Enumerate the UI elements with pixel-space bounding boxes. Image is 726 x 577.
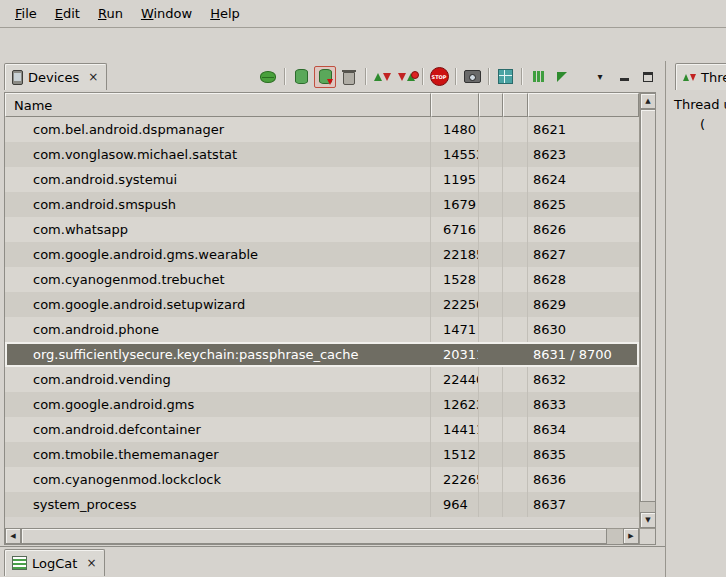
tab-devices[interactable]: Devices × xyxy=(4,63,107,90)
process-pid: 22250 xyxy=(431,292,479,317)
process-pid: 1528 xyxy=(431,267,479,292)
update-heap-icon[interactable] xyxy=(290,66,312,88)
empty-cell xyxy=(503,392,528,417)
process-row[interactable]: com.android.phone14718630 xyxy=(5,317,639,342)
process-row[interactable]: com.android.defcontainer144118634 xyxy=(5,417,639,442)
tab-logcat[interactable]: LogCat × xyxy=(4,549,105,576)
tab-logcat-label: LogCat xyxy=(32,556,77,571)
view-hierarchy-icon[interactable] xyxy=(494,66,516,88)
devices-view: Devices × STOP xyxy=(0,61,665,547)
tab-threads-label: Threa xyxy=(701,70,726,85)
scroll-down-button[interactable]: ▼ xyxy=(640,512,656,528)
empty-cell xyxy=(503,217,528,242)
systrace-icon[interactable] xyxy=(527,66,549,88)
empty-cell xyxy=(479,317,503,342)
process-row[interactable]: com.google.android.setupwizard222508629 xyxy=(5,292,639,317)
scroll-left-button[interactable]: ◀ xyxy=(5,528,21,544)
process-row[interactable]: org.sufficientlysecure.keychain:passphra… xyxy=(5,342,639,367)
screen-capture-icon[interactable] xyxy=(461,66,483,88)
stop-icon[interactable]: STOP xyxy=(428,66,450,88)
process-row[interactable]: com.whatsapp67168626 xyxy=(5,217,639,242)
camera-icon xyxy=(464,70,481,83)
bug-icon xyxy=(260,71,276,83)
process-row[interactable]: com.cyanogenmod.trebuchet15288628 xyxy=(5,267,639,292)
process-row[interactable]: com.android.vending224408632 xyxy=(5,367,639,392)
empty-column-header[interactable] xyxy=(479,93,503,117)
maximize-glyph-icon xyxy=(643,72,653,82)
process-pid: 1512 xyxy=(431,442,479,467)
empty-cell xyxy=(479,467,503,492)
debug-process-icon[interactable] xyxy=(257,66,279,88)
scroll-left-icon: ◀ xyxy=(10,533,15,540)
process-row[interactable]: com.vonglasow.michael.satstat145538623 xyxy=(5,142,639,167)
menu-help[interactable]: Help xyxy=(201,3,249,24)
stop-sign-icon: STOP xyxy=(430,67,449,86)
process-port: 8630 xyxy=(528,317,639,342)
process-row[interactable]: system_process9648637 xyxy=(5,492,639,517)
process-port: 8631 / 8700 xyxy=(528,342,639,367)
opengl-trace-icon[interactable] xyxy=(551,66,573,88)
cause-gc-icon[interactable] xyxy=(338,66,360,88)
threads-message: Thread up ( xyxy=(671,91,726,135)
menubar: FileEditRunWindowHelp xyxy=(0,0,726,28)
empty-column-header[interactable] xyxy=(503,93,528,117)
scroll-up-icon: ▲ xyxy=(645,98,650,105)
name-column-header[interactable]: Name xyxy=(5,93,431,117)
vertical-scrollbar[interactable]: ▲ ▼ xyxy=(639,93,655,528)
devices-tabbar: Devices × STOP xyxy=(0,61,665,91)
pid-column-header[interactable] xyxy=(431,93,479,117)
threads-tabbar: Threa xyxy=(671,61,726,91)
empty-cell xyxy=(479,392,503,417)
minimize-glyph-icon xyxy=(620,72,629,82)
process-row[interactable]: com.cyanogenmod.lockclock222658636 xyxy=(5,467,639,492)
toolbar-separator xyxy=(455,68,456,85)
dump-hprof-icon[interactable] xyxy=(314,66,336,88)
horizontal-scrollbar[interactable]: ◀ ▶ xyxy=(5,528,639,544)
table-header: Name xyxy=(5,93,639,117)
menu-window[interactable]: Window xyxy=(132,3,201,24)
threads-tab-icon xyxy=(683,74,696,81)
maximize-icon[interactable] xyxy=(637,66,659,88)
process-name: com.google.android.setupwizard xyxy=(5,292,431,317)
menu-run[interactable]: Run xyxy=(89,3,132,24)
process-row[interactable]: com.bel.android.dspmanager14808621 xyxy=(5,117,639,142)
horizontal-scroll-thumb[interactable] xyxy=(21,528,607,544)
heap-cylinder-icon xyxy=(295,69,308,84)
eclipse-window: FileEditRunWindowHelp Devices × STOP xyxy=(0,0,726,577)
close-icon[interactable]: × xyxy=(85,557,97,569)
empty-cell xyxy=(503,442,528,467)
threads-arrows-icon xyxy=(374,73,391,81)
process-row[interactable]: com.tmobile.thememanager15128635 xyxy=(5,442,639,467)
menu-edit[interactable]: Edit xyxy=(46,3,89,24)
port-column-header[interactable] xyxy=(528,93,639,117)
tab-threads[interactable]: Threa xyxy=(675,63,726,90)
process-rows: com.bel.android.dspmanager14808621com.vo… xyxy=(5,117,639,528)
menu-file[interactable]: File xyxy=(6,3,46,24)
process-row[interactable]: com.android.systemui11958624 xyxy=(5,167,639,192)
empty-cell xyxy=(479,367,503,392)
logcat-bar: LogCat × xyxy=(0,546,665,577)
empty-cell xyxy=(479,192,503,217)
chevron-down-icon: ▾ xyxy=(597,72,602,82)
minimize-icon[interactable] xyxy=(613,66,635,88)
close-icon[interactable]: × xyxy=(87,71,99,83)
scroll-up-button[interactable]: ▲ xyxy=(640,93,656,109)
process-row[interactable]: com.google.android.gms126238633 xyxy=(5,392,639,417)
process-name: com.android.vending xyxy=(5,367,431,392)
process-port: 8623 xyxy=(528,142,639,167)
scroll-right-button[interactable]: ▶ xyxy=(623,528,639,544)
green-bars-icon xyxy=(533,71,544,82)
empty-cell xyxy=(503,417,528,442)
process-name: com.android.smspush xyxy=(5,192,431,217)
empty-cell xyxy=(503,267,528,292)
scroll-right-icon: ▶ xyxy=(628,533,633,540)
process-row[interactable]: com.android.smspush16798625 xyxy=(5,192,639,217)
method-profiling-icon[interactable] xyxy=(395,66,417,88)
process-row[interactable]: com.google.android.gms.wearable221858627 xyxy=(5,242,639,267)
update-threads-icon[interactable] xyxy=(371,66,393,88)
device-icon xyxy=(12,70,23,85)
process-table: Name com.bel.android.dspmanager14808621c… xyxy=(4,92,656,545)
vertical-scroll-thumb[interactable] xyxy=(640,109,656,502)
view-menu-icon[interactable]: ▾ xyxy=(589,66,611,88)
scrollbar-corner xyxy=(639,528,655,544)
